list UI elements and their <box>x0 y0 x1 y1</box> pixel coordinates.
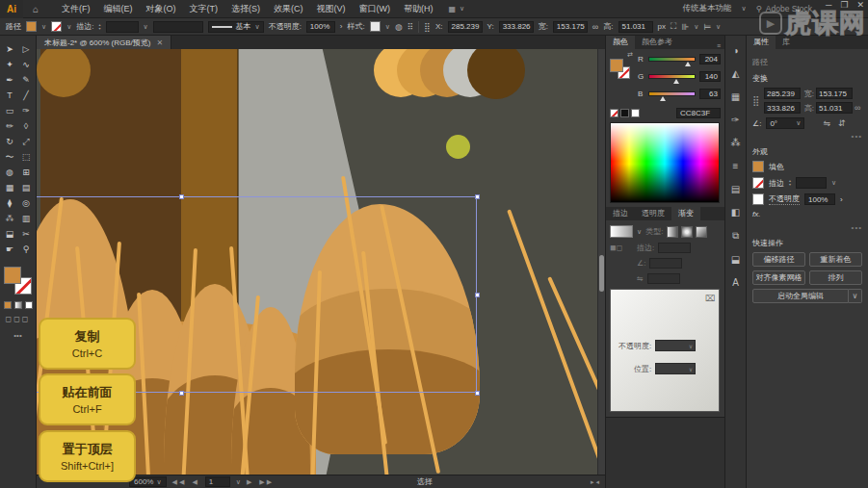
delete-stop-icon[interactable]: ⌧ <box>705 294 715 303</box>
app-logo[interactable]: Ai <box>0 0 23 18</box>
stroke-weight-caret-icon[interactable]: ∨ <box>144 23 148 31</box>
tab-properties[interactable]: 属性 <box>747 35 776 49</box>
transparency-panel-icon[interactable]: ◧ <box>731 207 740 218</box>
stroke-weight-dropdown[interactable] <box>796 177 827 189</box>
arrange-button[interactable]: 排列 <box>809 270 862 285</box>
pen-tool[interactable]: ✒ <box>2 72 18 88</box>
transform-more-options[interactable]: ••• <box>752 132 862 141</box>
gradient-swatch[interactable] <box>610 225 633 238</box>
workspace-caret-icon[interactable]: ∨ <box>741 5 746 13</box>
color-panel-icon[interactable]: ◑ <box>732 45 738 56</box>
panel-fill-swatch[interactable] <box>610 59 623 72</box>
zoom-tool[interactable]: ⚲ <box>18 242 35 257</box>
tab-stroke[interactable]: 描边 <box>606 206 635 220</box>
prop-y-field[interactable]: 333.826 <box>764 102 801 114</box>
artboard-tool[interactable]: ⬓ <box>2 226 18 242</box>
reference-point-icon[interactable]: ⣿ <box>424 22 431 32</box>
red-slider[interactable] <box>648 57 696 62</box>
gradient-tool[interactable]: ▤ <box>18 180 35 195</box>
appearance-opacity-field[interactable]: 100% <box>804 193 835 205</box>
tab-color-guide[interactable]: 颜色参考 <box>635 35 679 49</box>
none-button[interactable] <box>25 301 33 309</box>
none-swatch[interactable] <box>610 109 618 117</box>
stroke-weight-field[interactable] <box>106 21 139 33</box>
hex-value-field[interactable]: CC8C3F <box>676 108 721 118</box>
stroke-weight-caret-icon[interactable]: ∨ <box>831 179 836 187</box>
prop-x-field[interactable]: 285.239 <box>764 88 801 99</box>
height-field[interactable]: 51.031 <box>618 21 653 33</box>
slider-knob-icon[interactable] <box>685 62 691 66</box>
next-artboard-icon[interactable]: ▶ <box>247 478 253 486</box>
green-value-field[interactable]: 140 <box>699 71 721 82</box>
blue-slider[interactable] <box>648 91 696 96</box>
menu-item[interactable]: 选择(S) <box>225 1 266 17</box>
pencil-tool[interactable]: ✏ <box>2 118 18 134</box>
arrange-documents-icon[interactable]: ▦ <box>449 5 457 13</box>
curvature-tool[interactable]: ✎ <box>18 72 35 88</box>
tab-close-icon[interactable]: ✕ <box>156 39 163 47</box>
close-button[interactable]: ✕ <box>856 0 864 10</box>
recolor-button[interactable]: 重新着色 <box>809 252 862 267</box>
flip-horizontal-icon[interactable]: ⇋ <box>823 118 830 128</box>
selection-handle[interactable] <box>179 391 184 396</box>
width-tool[interactable]: 〜 <box>2 149 18 165</box>
artboards-panel-icon[interactable]: ⬓ <box>731 254 740 265</box>
last-artboard-icon[interactable]: ▶▶ <box>259 478 274 486</box>
fx-button[interactable]: fx. <box>752 210 862 218</box>
shape-builder-tool[interactable]: ◍ <box>2 165 18 180</box>
first-artboard-icon[interactable]: ◀◀ <box>172 478 187 486</box>
radial-gradient-icon[interactable] <box>681 226 693 238</box>
variable-width-profile-field[interactable] <box>153 21 203 33</box>
selection-handle[interactable] <box>475 194 480 199</box>
menu-item[interactable]: 对象(O) <box>141 1 182 17</box>
color-spectrum[interactable] <box>610 122 720 203</box>
color-guide-panel-icon[interactable]: ◭ <box>732 68 740 79</box>
workspace-switcher[interactable]: 传统基本功能 <box>682 3 731 14</box>
arrange-documents-caret-icon[interactable]: ∨ <box>460 5 464 13</box>
opacity-more-icon[interactable]: › <box>340 22 343 31</box>
angle-dropdown[interactable]: 0° ∨ <box>766 117 804 129</box>
constrain-proportions-icon[interactable]: ∞ <box>592 22 598 32</box>
layers-panel-icon[interactable]: ⧉ <box>732 230 739 242</box>
panel-menu-icon[interactable]: ≡ <box>717 42 724 49</box>
document-tab[interactable]: 未标题-2* @ 600% (RGB/预览) ✕ <box>37 36 171 49</box>
symbols-panel-icon[interactable]: ⁂ <box>731 138 741 148</box>
stroke-color-swatch[interactable] <box>51 21 62 32</box>
toolbar-fill-swatch[interactable] <box>4 267 21 284</box>
zoom-level-field[interactable]: 600% ∨ <box>129 476 167 487</box>
transform-icon[interactable]: ⛶ <box>671 21 676 32</box>
stock-search[interactable]: ⚲ Adobe Stock <box>756 4 812 13</box>
green-slider[interactable] <box>648 74 696 79</box>
panel-fill-stroke-indicator[interactable]: ⇄ <box>610 54 633 79</box>
swatches-panel-icon[interactable]: ▦ <box>731 91 740 102</box>
fill-color-swatch[interactable] <box>26 21 37 32</box>
flip-vertical-icon[interactable]: ⇵ <box>838 118 846 128</box>
hand-tool[interactable]: ☛ <box>2 242 18 257</box>
color-button[interactable] <box>4 301 12 309</box>
gradient-editor[interactable]: ⌧ 不透明度: ∨ 位置: ∨ <box>610 289 720 412</box>
appearance-opacity-label[interactable]: 不透明度 <box>769 193 800 205</box>
selection-handle[interactable] <box>475 391 480 396</box>
tab-transparency[interactable]: 透明度 <box>635 206 671 220</box>
menu-item[interactable]: 效果(C) <box>268 1 309 17</box>
white-swatch[interactable] <box>631 109 640 117</box>
previous-artboard-icon[interactable]: ◀ <box>192 478 198 486</box>
magic-wand-tool[interactable]: ✦ <box>2 57 18 72</box>
distribute-caret-icon[interactable]: ∨ <box>716 23 721 31</box>
reference-point-selector[interactable]: ⣿ <box>752 95 762 106</box>
gradient-panel-icon[interactable]: ▤ <box>731 184 740 194</box>
swap-fill-stroke-icon[interactable]: ⇄ <box>627 51 633 59</box>
menu-item[interactable]: 编辑(E) <box>98 1 139 17</box>
opacity-more-icon[interactable]: › <box>840 195 843 204</box>
restore-button[interactable]: ❐ <box>840 0 848 10</box>
character-panel-icon[interactable]: A <box>732 277 739 288</box>
vertical-scrollbar-thumb[interactable] <box>599 255 604 292</box>
stroke-weight-stepper[interactable]: ▴▾ <box>98 23 100 31</box>
mesh-tool[interactable]: ▦ <box>2 180 18 195</box>
symbol-sprayer-tool[interactable]: ⁂ <box>2 211 18 226</box>
blend-tool[interactable]: ◎ <box>18 195 35 211</box>
lasso-tool[interactable]: ∿ <box>18 57 35 72</box>
draw-modes-button[interactable]: ◻◻◻ <box>6 315 31 323</box>
gradient-swatch-caret-icon[interactable]: ∨ <box>637 228 642 236</box>
gradient-button[interactable] <box>14 301 22 309</box>
